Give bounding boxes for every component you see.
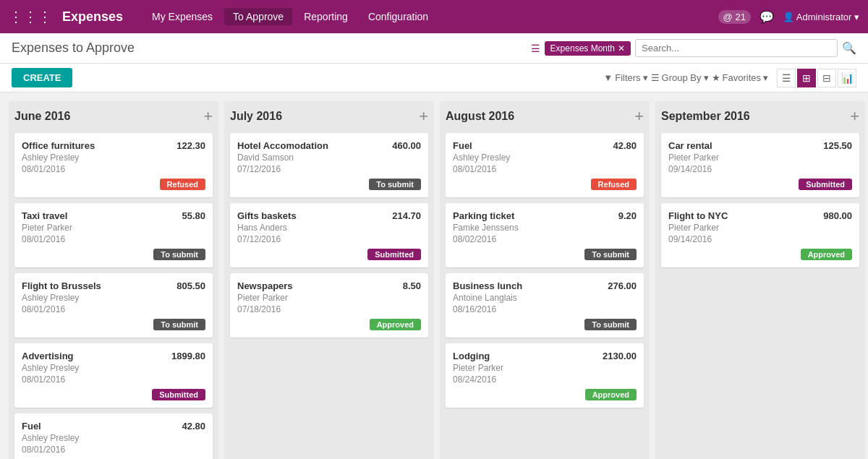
kanban-col-september2016: September 2016+Car rental125.50Pieter Pa… [655,101,865,459]
card-june2016-3[interactable]: Advertising1899.80Ashley Presley08/01/20… [14,343,213,408]
card-bottom-row: Submitted [668,179,852,190]
card-amount: 460.00 [392,140,421,151]
search-input[interactable] [635,39,838,57]
card-person: Ashley Presley [22,293,205,303]
status-badge: Approved [370,319,421,330]
nav-to-approve[interactable]: To Approve [224,8,292,25]
card-august2016-3[interactable]: Lodging2130.00Pieter Parker08/24/2016App… [446,343,644,408]
col-header-august2016: August 2016+ [446,107,644,126]
card-top-row: Gifts baskets214.70 [237,210,421,221]
page-title: Expenses to Approve [12,40,135,56]
card-july2016-2[interactable]: Newspapers8.50Pieter Parker07/18/2016App… [230,273,428,338]
card-september2016-0[interactable]: Car rental125.50Pieter Parker09/14/2016S… [661,133,859,197]
card-name: Lodging [453,351,490,361]
groupby-button[interactable]: ☰ Group By ▾ [651,72,709,83]
col-add-september2016[interactable]: + [850,108,859,124]
card-july2016-0[interactable]: Hotel Accomodation460.00David Samson07/1… [230,133,428,197]
card-date: 08/01/2016 [22,234,205,244]
card-person: Hans Anders [237,223,421,233]
notification-badge[interactable]: @ 21 [718,10,751,24]
status-badge: To submit [153,319,205,330]
card-amount: 125.50 [823,140,852,151]
card-top-row: Lodging2130.00 [453,351,637,361]
card-august2016-0[interactable]: Fuel42.80Ashley Presley08/01/2016Refused [446,133,644,197]
filters-button[interactable]: ▼ Filters ▾ [603,72,647,83]
card-name: Car rental [668,140,712,151]
col-title-june2016: June 2016 [14,110,70,123]
card-august2016-2[interactable]: Business lunch276.00Antoine Langlais08/1… [446,273,644,338]
card-bottom-row: Submitted [22,389,205,400]
list-view-icon[interactable]: ☰ [777,69,796,87]
card-top-row: Taxi travel55.80 [22,210,205,221]
card-person: Pieter Parker [668,153,852,163]
status-badge: Submitted [799,179,852,190]
create-button[interactable]: CREATE [12,68,72,87]
user-menu[interactable]: 👤 Administrator ▾ [783,12,859,22]
card-date: 07/18/2016 [237,304,421,314]
chart-view-icon[interactable]: 📊 [838,69,856,87]
status-badge: Approved [801,249,852,260]
card-date: 08/16/2016 [453,304,637,314]
filter-tag[interactable]: Expenses Month ✕ [545,41,631,56]
nav-reporting[interactable]: Reporting [295,8,357,25]
status-badge: To submit [584,319,637,330]
col-add-august2016[interactable]: + [634,108,644,124]
card-person: Ashley Presley [22,153,205,163]
card-bottom-row: To submit [22,249,205,260]
status-badge: To submit [369,179,421,190]
col-add-july2016[interactable]: + [419,108,428,124]
card-amount: 42.80 [613,140,637,151]
status-badge: To submit [584,249,637,260]
filter-list-icon: ☰ [531,43,540,54]
card-june2016-2[interactable]: Flight to Brussels805.50Ashley Presley08… [14,273,213,338]
card-date: 08/24/2016 [453,374,637,385]
card-date: 08/01/2016 [22,164,205,174]
card-name: Parking ticket [453,210,514,221]
card-june2016-0[interactable]: Office furnitures122.30Ashley Presley08/… [14,133,213,197]
col-header-july2016: July 2016+ [230,107,428,126]
card-bottom-row: Refused [453,179,637,190]
card-september2016-1[interactable]: Flight to NYC980.00Pieter Parker09/14/20… [661,203,859,267]
card-name: Hotel Accomodation [237,140,328,151]
card-person: Antoine Langlais [453,293,637,303]
favorites-button[interactable]: ★ Favorites ▾ [712,72,768,83]
grid-view-icon[interactable]: ⊟ [817,69,836,87]
grid-menu-icon[interactable]: ⋮⋮⋮ [9,8,52,25]
filter-tag-close[interactable]: ✕ [618,43,625,53]
col-add-june2016[interactable]: + [203,108,213,124]
chat-icon[interactable]: 💬 [760,10,774,24]
kanban-board: June 2016+Office furnitures122.30Ashley … [0,93,868,459]
card-top-row: Fuel42.80 [453,140,637,151]
card-amount: 9.20 [618,210,637,221]
card-date: 07/12/2016 [237,164,421,174]
card-bottom-row: To submit [237,179,421,190]
col-header-september2016: September 2016+ [661,107,859,126]
card-date: 08/01/2016 [22,445,205,455]
card-date: 08/01/2016 [22,374,205,385]
nav-configuration[interactable]: Configuration [359,8,437,25]
status-badge: Submitted [367,249,421,260]
card-name: Fuel [22,421,41,432]
card-bottom-row: To submit [453,249,637,260]
card-amount: 980.00 [823,210,852,221]
card-top-row: Newspapers8.50 [237,280,421,291]
card-date: 08/01/2016 [453,164,637,174]
nav-my-expenses[interactable]: My Expenses [143,8,221,25]
card-person: Pieter Parker [237,293,421,303]
card-june2016-1[interactable]: Taxi travel55.80Pieter Parker08/01/2016T… [14,203,213,267]
card-name: Taxi travel [22,210,67,221]
search-icon[interactable]: 🔍 [842,41,856,55]
card-august2016-1[interactable]: Parking ticket9.20Famke Jenssens08/02/20… [446,203,644,267]
card-amount: 2130.00 [603,351,637,361]
card-date: 07/12/2016 [237,234,421,244]
col-title-august2016: August 2016 [446,110,514,123]
groupby-icon: ☰ [651,72,660,83]
card-amount: 8.50 [403,280,421,291]
status-badge: Refused [160,179,205,190]
card-june2016-4[interactable]: Fuel42.80Ashley Presley08/01/2016Approve… [14,413,213,459]
kanban-view-icon[interactable]: ⊞ [797,69,816,87]
card-top-row: Business lunch276.00 [453,280,637,291]
card-july2016-1[interactable]: Gifts baskets214.70Hans Anders07/12/2016… [230,203,428,267]
app-logo: Expenses [62,9,123,25]
view-switcher: ☰ ⊞ ⊟ 📊 [777,69,856,87]
